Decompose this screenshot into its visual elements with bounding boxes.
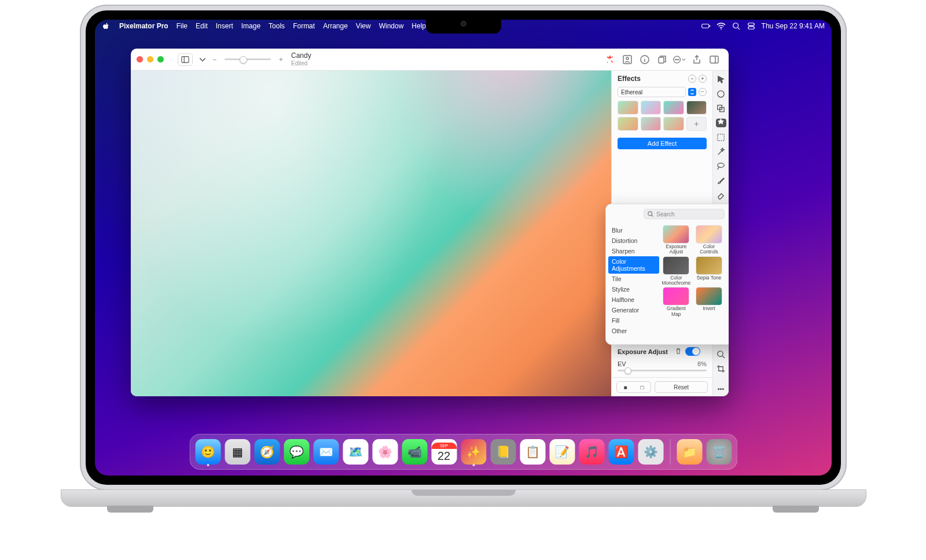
effect-category-generator[interactable]: Generator [606, 305, 662, 315]
effect-thumb-threshold[interactable]: Threshold [727, 287, 729, 317]
menubar-clock[interactable]: Thu Sep 22 9:41 AM [762, 22, 825, 30]
collapse-all-icon[interactable]: − [688, 75, 696, 83]
effect-thumb-color-controls[interactable]: Color Controls [694, 225, 724, 255]
zoom-slider[interactable] [225, 58, 271, 60]
dock-music[interactable]: 🎵 [579, 439, 604, 465]
canvas[interactable] [131, 71, 611, 396]
person-toolbar-icon[interactable] [621, 53, 634, 66]
arrange-tool-icon[interactable] [716, 104, 726, 113]
lasso-tool-icon[interactable] [716, 162, 726, 171]
style-tool-icon[interactable] [716, 90, 726, 98]
magic-wand-tool-icon[interactable] [716, 148, 726, 156]
effect-category-other[interactable]: Other [606, 326, 662, 336]
effects-toolbar-icon[interactable] [604, 53, 616, 66]
effect-thumb-exposure-adjust[interactable]: Exposure Adjust [662, 225, 691, 255]
minimize-button[interactable] [147, 56, 153, 62]
fullscreen-button[interactable] [157, 56, 164, 62]
effect-category-distortion[interactable]: Distortion [606, 235, 662, 246]
preset-dropdown-icon[interactable] [688, 88, 696, 96]
inspector-toggle-icon[interactable] [708, 53, 721, 66]
preset-swatch[interactable] [641, 101, 662, 115]
dock-trash[interactable]: 🗑️ [706, 439, 732, 465]
marquee-tool-icon[interactable] [716, 133, 726, 142]
sidebar-menu-chevron-icon[interactable] [197, 53, 208, 66]
preset-swatch[interactable] [663, 101, 684, 115]
delete-effect-icon[interactable] [675, 348, 682, 356]
add-effect-button[interactable]: Add Effect [618, 138, 707, 149]
dock-photos[interactable]: 🌸 [372, 439, 398, 465]
dock-contacts[interactable]: 📒 [490, 439, 516, 465]
effect-thumb-false-color[interactable]: False Color [727, 256, 729, 286]
dock-safari[interactable]: 🧭 [254, 439, 280, 465]
effect-thumb-color-monochrome[interactable]: Color Monochrome [662, 256, 691, 286]
effect-category-sharpen[interactable]: Sharpen [606, 246, 662, 256]
eraser-tool-icon[interactable] [716, 191, 726, 200]
apple-menu-icon[interactable] [102, 23, 111, 30]
more-tools-icon[interactable] [716, 385, 726, 393]
zoom-tool-icon[interactable] [716, 350, 726, 359]
reset-button[interactable]: Reset [655, 381, 708, 393]
compare-segmented[interactable]: ■□ [616, 381, 651, 393]
dock-notes[interactable]: 📝 [549, 439, 575, 465]
zoom-in-label[interactable]: + [279, 56, 283, 64]
dock-appstore[interactable]: 🅰️ [608, 439, 634, 465]
menubar-file[interactable]: File [177, 22, 188, 30]
effects-tool-icon[interactable] [716, 119, 726, 127]
add-preset-button[interactable]: + [686, 117, 707, 131]
exposure-toggle[interactable] [685, 347, 700, 356]
preset-swatch[interactable] [663, 117, 684, 131]
dock-settings[interactable]: ⚙️ [638, 439, 663, 465]
preset-swatch[interactable] [641, 117, 662, 131]
effect-category-halftone[interactable]: Halftone [606, 294, 662, 305]
dock-messages[interactable]: 💬 [284, 439, 309, 465]
dock-calendar[interactable]: SEP22 [431, 439, 457, 465]
crop-tool-icon[interactable] [716, 364, 726, 373]
control-center-icon[interactable] [747, 23, 756, 30]
brush-tool-icon[interactable] [716, 176, 726, 185]
effect-thumb-gradient-map[interactable]: Gradient Map [662, 287, 691, 317]
effect-search-input[interactable]: Search [644, 209, 725, 219]
battery-icon[interactable] [701, 23, 711, 30]
menubar-app-name[interactable]: Pixelmator Pro [119, 22, 168, 30]
menubar-arrange[interactable]: Arrange [323, 22, 348, 30]
spotlight-icon[interactable] [732, 23, 741, 30]
menubar-view[interactable]: View [356, 22, 371, 30]
dock-downloads[interactable]: 📁 [677, 439, 702, 465]
ev-slider[interactable] [618, 370, 707, 371]
info-toolbar-icon[interactable] [638, 53, 651, 66]
effect-category-blur[interactable]: Blur [606, 225, 662, 235]
dock-reminders[interactable]: 📋 [520, 439, 545, 465]
arrow-tool-icon[interactable] [716, 75, 726, 84]
expand-all-icon[interactable]: + [699, 75, 707, 83]
menubar-window[interactable]: Window [379, 22, 404, 30]
effect-thumb-sepia-tone[interactable]: Sepia Tone [694, 256, 724, 286]
menubar-tools[interactable]: Tools [269, 22, 285, 30]
sidebar-toggle-button[interactable] [178, 53, 193, 66]
menubar-edit[interactable]: Edit [196, 22, 208, 30]
close-button[interactable] [137, 56, 143, 62]
dock-facetime[interactable]: 📹 [402, 439, 427, 465]
menubar-image[interactable]: Image [241, 22, 260, 30]
effect-thumb-hue-adjust[interactable]: Hue Adjust [727, 225, 729, 255]
more-options-toolbar-icon[interactable] [673, 53, 686, 66]
preset-swatch[interactable] [686, 101, 707, 115]
preset-swatch[interactable] [618, 101, 638, 115]
preset-selector[interactable]: Ethereal [618, 87, 686, 97]
share-toolbar-icon[interactable] [690, 53, 703, 66]
remove-preset-icon[interactable]: − [699, 88, 707, 96]
dock-launchpad[interactable]: ▦ [225, 439, 250, 465]
wifi-icon[interactable] [716, 23, 726, 30]
dock-finder[interactable]: 🙂 [195, 439, 221, 465]
menubar-format[interactable]: Format [293, 22, 315, 30]
preset-swatch[interactable] [618, 117, 638, 131]
menubar-insert[interactable]: Insert [216, 22, 233, 30]
effect-category-color-adjustments[interactable]: Color Adjustments [608, 256, 659, 274]
effect-category-fill[interactable]: Fill [606, 315, 662, 326]
dock-mail[interactable]: ✉️ [313, 439, 339, 465]
dock-maps[interactable]: 🗺️ [343, 439, 368, 465]
effect-thumb-invert[interactable]: Invert [694, 287, 724, 317]
menubar-help[interactable]: Help [411, 22, 426, 30]
zoom-out-label[interactable]: − [212, 56, 216, 64]
dock-pixelmator[interactable]: ✨ [461, 439, 486, 465]
duplicate-toolbar-icon[interactable] [656, 53, 668, 66]
